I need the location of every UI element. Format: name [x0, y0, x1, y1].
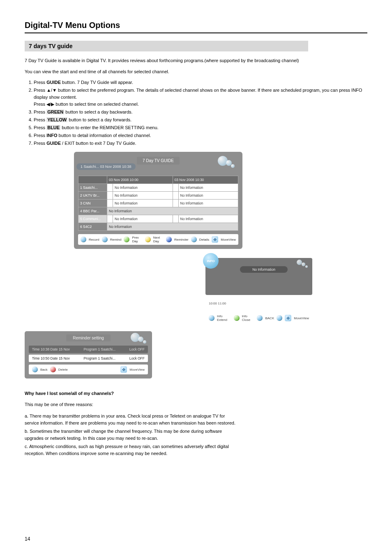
bubbles-icon	[131, 333, 150, 345]
table-row: 4 BBC Par...No Information	[78, 207, 238, 215]
intro-text: 7 Day TV Guide is available in Digital T…	[25, 57, 367, 64]
date-time-text: You can view the start and end time of a…	[25, 68, 367, 75]
reminder-footer: Back Delete ✥MoveView	[29, 365, 148, 374]
dot-icon	[257, 315, 263, 321]
epg-guide-screenshot: 7 Day TV GUIDE 1 Saatchi... 03 Nov 2008 …	[74, 152, 242, 249]
bubbles-icon	[293, 260, 310, 270]
epg-footer: Record Remind Prev Day Next Day Reminder…	[78, 234, 238, 245]
step-6: Press INFO button to detail information …	[34, 132, 367, 139]
dot-icon	[102, 237, 108, 242]
faq-intro: This may be one of three reasons:	[25, 401, 238, 408]
step-3: Press GREEN button to select a day backw…	[34, 109, 367, 116]
epg-title: 7 Day TV GUIDE	[137, 157, 180, 165]
faq-block: Why have I lost some/all of my channels?…	[25, 390, 238, 457]
table-row: 2 UKTV Br...No InformationNo Information	[78, 192, 238, 200]
dot-icon	[277, 315, 282, 321]
reminder-row-selected: Time 10:50 Date 15 Nov Program 1 Saatchi…	[29, 355, 148, 362]
instruction-list: Press GUIDE button. 7 Day TV Guide will …	[25, 79, 367, 147]
bubbles-icon	[218, 156, 237, 169]
reminder-title: Reminder setting	[66, 334, 111, 341]
page-title: Digital-TV Menu Options	[25, 21, 367, 30]
page-number: 14	[25, 536, 30, 542]
nav-arrows-icon: ✥	[285, 315, 291, 321]
step-4: Press YELLOW button to select a day forw…	[34, 116, 367, 123]
reminder-row: Time 10:38 Date 15 Nov Program 1 Saatchi…	[29, 346, 148, 353]
table-row: 5 Communi...No InformationNo Information	[78, 215, 238, 223]
left-right-arrows-icon: ◀/▶	[46, 102, 54, 107]
up-down-arrows-icon: ▲/▼	[46, 88, 57, 93]
faq-item: a. There may be transmitter problems in …	[25, 413, 238, 427]
reminder-dialog-screenshot: Reminder setting Time 10:38 Date 15 Nov …	[25, 331, 152, 379]
info-popup: INFO No Information 10:00 11:00 Info Ext…	[205, 258, 312, 324]
table-row: 6 S4C2No Information	[78, 223, 238, 231]
yellow-dot-icon	[145, 237, 151, 242]
green-dot-icon	[124, 237, 129, 242]
faq-item: c. Atmospheric conditions, such as high …	[25, 443, 238, 457]
green-dot-icon	[234, 315, 240, 321]
info-timebar: 10:00 11:00	[205, 301, 312, 306]
nav-arrows-icon: ✥	[212, 236, 218, 243]
header-rule	[25, 33, 367, 33]
section-heading: 7 days TV guide	[25, 41, 308, 51]
red-dot-icon	[50, 367, 56, 372]
table-row: 1 Saatchi...No InformationNo Information	[78, 184, 238, 192]
info-pill: No Information	[240, 266, 288, 273]
blue-dot-icon	[166, 237, 172, 242]
nav-arrows-icon: ✥	[120, 366, 127, 373]
faq-question: Why have I lost some/all of my channels?	[25, 390, 238, 397]
dot-icon	[81, 237, 86, 242]
dot-icon	[32, 367, 38, 372]
info-footer: Info Extend Info Close BACK ✥MoveView	[205, 312, 312, 324]
epg-grid: 03 Nov 2008 10:00 03 Nov 2008 10:30 1 Sa…	[78, 176, 238, 231]
dot-icon	[209, 315, 214, 321]
step-2: Press ▲/▼ button to select the preferred…	[34, 87, 367, 108]
step-1: Press GUIDE button. 7 Day TV Guide will …	[34, 79, 367, 86]
step-7: Press GUIDE / EXIT button to exit 7 Day …	[34, 140, 367, 147]
table-row: 3 CNNNo InformationNo Information	[78, 200, 238, 207]
info-dot-icon	[191, 237, 197, 242]
epg-date-pill: 1 Saatchi... 03 Nov 2008 10:38	[76, 163, 136, 170]
step-5: Press BLUE button to enter the REMINDER …	[34, 124, 367, 131]
faq-item: b. Sometimes the transmitter will change…	[25, 428, 238, 442]
